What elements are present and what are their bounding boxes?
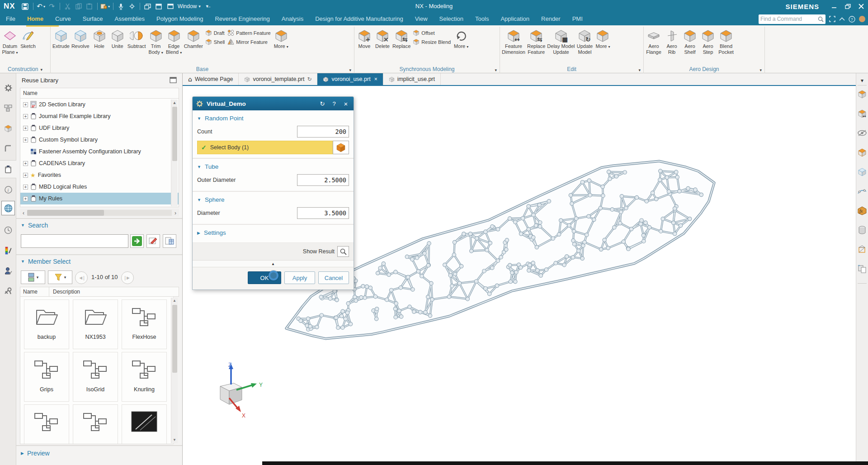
orientation-triad[interactable]: Z Y X	[206, 361, 274, 427]
preview-section-header[interactable]: ▶ Preview	[21, 450, 50, 457]
paste-icon[interactable]	[85, 1, 94, 11]
datum-plane-button[interactable]: DatumPlane ▾	[1, 28, 19, 57]
delete-button[interactable]: ×Delete	[373, 28, 392, 51]
history-icon[interactable]	[0, 221, 16, 239]
tree-item[interactable]: +Journal File Example Library	[20, 110, 179, 122]
part-navigator-icon[interactable]	[0, 140, 16, 158]
roles-icon[interactable]	[0, 262, 16, 280]
tree-item[interactable]: +MBD Logical Rules	[20, 181, 179, 193]
customize-icon[interactable]: ▼̶	[205, 4, 209, 9]
cancel-button[interactable]: Cancel	[318, 271, 349, 284]
previous-page-button[interactable]: ◄|	[75, 271, 88, 284]
tree-column-header[interactable]: Name	[20, 88, 179, 99]
cut-icon[interactable]	[63, 1, 73, 11]
show-result-button[interactable]	[337, 246, 349, 257]
copy-icon[interactable]	[74, 1, 84, 11]
visual-reports-icon[interactable]	[0, 242, 16, 260]
cascade-icon[interactable]	[143, 1, 153, 11]
draft-button[interactable]: Draft	[205, 29, 225, 36]
count-input[interactable]	[297, 126, 349, 138]
feature-dimension-icon[interactable]: ↔	[857, 108, 867, 119]
save-icon[interactable]	[20, 1, 30, 11]
menu-reverse-engineering[interactable]: Reverse Engineering	[209, 13, 275, 25]
hole-button[interactable]: Hole	[90, 28, 108, 51]
tree-item[interactable]: +2D Section Library	[20, 99, 179, 110]
expand-icon[interactable]: +	[23, 185, 28, 190]
sketch-button[interactable]: Sketch	[19, 28, 37, 51]
diameter-input[interactable]	[297, 207, 349, 219]
sync-more-button[interactable]: More ▾	[452, 28, 470, 51]
tab-welcome-page[interactable]: ⌂Welcome Page	[183, 73, 239, 85]
expand-icon[interactable]: +	[23, 102, 28, 107]
group-dialog-launcher-icon[interactable]: ▾	[495, 68, 497, 72]
chamfer-button[interactable]: Chamfer	[183, 28, 204, 51]
tab-voronoi-template-prt[interactable]: voronoi_template.prt↻	[239, 73, 317, 85]
settings-header[interactable]: ▶ Settings	[197, 228, 349, 239]
menu-pmi[interactable]: PMI	[566, 13, 589, 25]
aero-flange-button[interactable]: AeroFlange	[645, 28, 663, 57]
pattern-feature-button[interactable]: Pattern Feature	[227, 29, 270, 36]
mic-icon[interactable]	[116, 1, 126, 11]
member-tile[interactable]	[122, 404, 167, 444]
tree-item[interactable]: +UDF Library	[20, 122, 179, 134]
search-options-button[interactable]	[163, 234, 176, 248]
delay-model-update-button[interactable]: ■Delay ModelUpdate	[546, 28, 576, 57]
menu-tools[interactable]: Tools	[469, 13, 495, 25]
revolve-button[interactable]: Revolve	[71, 28, 90, 51]
linked-body-icon[interactable]	[857, 147, 867, 158]
scroll-right-icon[interactable]: ›	[172, 210, 179, 216]
minimize-button[interactable]	[827, 0, 841, 13]
expand-icon[interactable]: +	[23, 196, 28, 201]
outer-diameter-input[interactable]	[297, 174, 349, 186]
close-button[interactable]	[854, 0, 868, 13]
menu-surface[interactable]: Surface	[77, 13, 109, 25]
trim-body-button[interactable]: TrimBody ▾	[147, 28, 165, 57]
help-icon[interactable]: ?	[330, 100, 338, 107]
menu-file[interactable]: File	[0, 13, 21, 25]
window-menu-button[interactable]: Window ▾ ▼̶	[165, 1, 209, 11]
menu-analysis[interactable]: Analysis	[276, 13, 309, 25]
dialog-header[interactable]: Virtual_Demo ↻ ? ×	[193, 97, 354, 110]
blend-pocket-button[interactable]: BlendPocket	[717, 28, 735, 57]
menu-curve[interactable]: Curve	[49, 13, 77, 25]
tree-item[interactable]: +Custom Symbol Library	[20, 134, 179, 146]
fullscreen-icon[interactable]	[829, 16, 835, 22]
group-dialog-launcher-icon[interactable]: ▾	[760, 68, 762, 72]
member-tile-isogrid[interactable]: IsoGrid	[73, 352, 118, 402]
assembly-navigator-icon[interactable]	[0, 99, 16, 117]
member-tile-knurling[interactable]: Knurling	[122, 352, 167, 402]
primitive-cylinder-icon[interactable]	[857, 225, 867, 236]
dialog-collapse-handle[interactable]: ▲	[193, 261, 354, 267]
extract-geometry-icon[interactable]	[857, 166, 867, 177]
menu-assemblies[interactable]: Assemblies	[109, 13, 151, 25]
copy-feature-icon[interactable]	[857, 264, 867, 275]
expressions-icon[interactable]: fx	[857, 205, 867, 216]
menu-home[interactable]: Home	[21, 13, 49, 25]
menu-polygon-modeling[interactable]: Polygon Modeling	[151, 13, 209, 25]
undock-icon[interactable]	[170, 77, 177, 84]
group-dialog-launcher-icon[interactable]: ▾	[349, 68, 351, 72]
redo-icon[interactable]: ↷	[47, 1, 57, 11]
close-tab-icon[interactable]: ×	[374, 76, 377, 82]
mirror-feature-button[interactable]: Mirror Feature	[227, 38, 270, 45]
reuse-library-icon[interactable]	[0, 160, 17, 178]
shell-button[interactable]: Shell	[205, 38, 225, 45]
menu-selection[interactable]: Selection	[434, 13, 469, 25]
menu-render[interactable]: Render	[535, 13, 566, 25]
aero-shelf-button[interactable]: AeroShelf	[681, 28, 699, 57]
expand-icon[interactable]: +	[23, 114, 28, 119]
replace-button[interactable]: ⇆Replace	[392, 28, 411, 51]
aero-step-button[interactable]: AeroStep	[699, 28, 717, 57]
window-icon[interactable]	[154, 1, 164, 11]
subtract-button[interactable]: Subtract	[127, 28, 147, 51]
help-icon[interactable]: ?	[849, 16, 855, 23]
replace-feature-button[interactable]: ⇆ReplaceFeature	[526, 28, 546, 57]
show-hide-icon[interactable]	[857, 128, 867, 138]
apply-button[interactable]: Apply	[284, 271, 315, 284]
clear-search-button[interactable]	[146, 234, 160, 248]
aero-rib-button[interactable]: AeroRib	[663, 28, 681, 57]
member-tile-flexhose[interactable]: FlexHose	[122, 299, 167, 349]
find-command-input[interactable]	[760, 16, 816, 22]
scroll-left-icon[interactable]: ‹	[20, 210, 27, 216]
tree-item[interactable]: +★Favorites	[20, 169, 179, 181]
